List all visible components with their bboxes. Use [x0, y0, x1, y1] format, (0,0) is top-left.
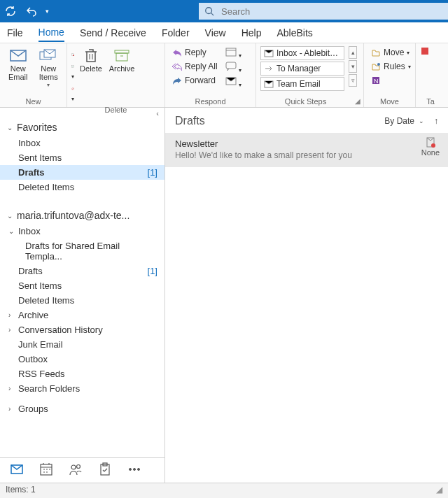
ribbon-group-new: New	[0, 97, 66, 107]
ribbon-group-respond: Respond	[165, 97, 255, 107]
acc-search-folders[interactable]: ›Search Folders	[0, 381, 164, 396]
svg-point-25	[130, 469, 132, 471]
acc-conversation-history[interactable]: ›Conversation History	[0, 322, 164, 337]
svg-point-5	[73, 55, 74, 56]
ribbon-group-quicksteps: Quick Steps	[256, 97, 355, 107]
search-icon	[204, 6, 214, 16]
quickstep-3[interactable]: Team Email	[260, 77, 344, 91]
menu-folder[interactable]: Folder	[162, 24, 190, 41]
content-area: ‹ ⌄Favorites Inbox Sent Items Drafts[1] …	[0, 108, 448, 483]
archive-button[interactable]: Archive	[108, 46, 136, 73]
search-input[interactable]	[221, 6, 442, 17]
meeting-icon[interactable]: ▾	[225, 46, 241, 59]
svg-rect-10	[226, 48, 236, 56]
acc-drafts[interactable]: Drafts[1]	[0, 264, 164, 278]
fav-inbox[interactable]: Inbox	[0, 136, 164, 150]
quicksteps-launcher[interactable]: ◢	[355, 97, 363, 107]
more-respond-icon[interactable]: ▾	[225, 76, 241, 89]
nav-more-icon[interactable]	[127, 462, 141, 478]
menu-view[interactable]: View	[205, 24, 226, 41]
im-icon[interactable]: ▾	[225, 61, 241, 74]
status-items: Items: 1	[6, 485, 36, 497]
menu-home[interactable]: Home	[38, 24, 64, 42]
acc-groups[interactable]: ›Groups	[0, 401, 164, 416]
reply-button[interactable]: Reply	[169, 46, 220, 59]
message-category[interactable]: None	[421, 137, 440, 157]
message-subject: Newsletter	[175, 138, 438, 149]
svg-point-22	[77, 465, 80, 469]
svg-rect-8	[115, 50, 129, 53]
new-email-button[interactable]: New Email	[4, 46, 32, 81]
sync-icon[interactable]	[0, 0, 21, 22]
acc-deleted-items[interactable]: Deleted Items	[0, 293, 164, 308]
ribbon-group-tags: Ta	[416, 97, 445, 107]
resize-grip-icon[interactable]: ◢	[436, 485, 442, 497]
sort-by[interactable]: By Date⌄↑	[384, 116, 438, 126]
acc-junk-email[interactable]: Junk Email	[0, 337, 164, 352]
svg-text:N: N	[374, 78, 379, 85]
archive-label: Archive	[109, 64, 135, 73]
status-bar: Items: 1 ◢	[0, 483, 448, 498]
svg-point-15	[377, 63, 380, 66]
nav-calendar-icon[interactable]	[39, 462, 53, 478]
cleanup-icon[interactable]: ▾	[71, 59, 74, 80]
new-email-label: New Email	[8, 64, 28, 81]
new-items-label: New Items	[39, 64, 58, 81]
acc-shared-drafts[interactable]: Drafts for Shared Email Templa...	[0, 239, 164, 264]
delete-button[interactable]: Delete	[77, 46, 105, 73]
fav-drafts[interactable]: Drafts[1]	[0, 165, 164, 180]
menu-bar: File Home Send / Receive Folder View Hel…	[0, 22, 448, 43]
quickstep-more[interactable]: ▿	[349, 74, 357, 87]
acc-rss-feeds[interactable]: RSS Feeds	[0, 367, 164, 381]
title-bar: ▾	[0, 0, 448, 22]
quickstep-down[interactable]: ▾	[349, 60, 357, 73]
acc-archive[interactable]: ›Archive	[0, 308, 164, 322]
acc-inbox[interactable]: ⌄Inbox	[0, 224, 164, 239]
qat-dropdown-icon[interactable]: ▾	[42, 0, 52, 22]
navigation-pane: ‹ ⌄Favorites Inbox Sent Items Drafts[1] …	[0, 108, 165, 483]
nav-mail-icon[interactable]	[10, 462, 24, 478]
favorites-section[interactable]: ⌄Favorites	[0, 119, 164, 136]
undo-icon[interactable]	[21, 0, 42, 22]
move-button[interactable]: Move▾	[368, 46, 414, 59]
category-icon[interactable]	[420, 46, 431, 59]
ignore-icon[interactable]	[71, 48, 74, 58]
new-items-button[interactable]: New Items ▾	[35, 46, 63, 89]
svg-point-27	[138, 469, 140, 471]
menu-ablebits[interactable]: AbleBits	[276, 24, 312, 41]
message-preview: Hello! We'd like to make a small present…	[175, 150, 438, 160]
acc-outbox[interactable]: Outbox	[0, 352, 164, 367]
menu-send-receive[interactable]: Send / Receive	[80, 24, 146, 41]
nav-tasks-icon[interactable]	[98, 462, 112, 478]
search-box[interactable]	[199, 3, 448, 20]
fav-sent-items[interactable]: Sent Items	[0, 150, 164, 165]
account-section[interactable]: ⌄maria.trifuntova@adx-te...	[0, 207, 164, 224]
svg-point-26	[134, 469, 136, 471]
quickstep-2[interactable]: To Manager	[260, 62, 344, 76]
svg-rect-6	[72, 66, 74, 68]
quickstep-up[interactable]: ▴	[349, 46, 357, 59]
collapse-nav-icon[interactable]: ‹	[0, 108, 164, 119]
reply-all-button[interactable]: Reply All	[169, 60, 220, 73]
acc-sent-items[interactable]: Sent Items	[0, 278, 164, 293]
svg-point-0	[206, 8, 212, 14]
onenote-button[interactable]: N	[368, 74, 414, 87]
delete-label: Delete	[80, 64, 102, 73]
menu-help[interactable]: Help	[241, 24, 262, 41]
svg-rect-9	[116, 53, 127, 61]
list-title: Drafts	[175, 115, 384, 127]
ribbon: New Email New Items ▾ New ▾ ▾ Delete Ar	[0, 43, 448, 108]
svg-point-29	[431, 143, 435, 148]
forward-button[interactable]: Forward	[169, 74, 220, 87]
junk-icon[interactable]: ▾	[71, 82, 74, 103]
quickstep-1[interactable]: Inbox - Ablebits...	[260, 46, 344, 60]
rules-button[interactable]: Rules▾	[368, 60, 414, 73]
nav-bar	[0, 457, 164, 483]
message-item[interactable]: Newsletter Hello! We'd like to make a sm…	[165, 133, 448, 167]
message-list-pane: Drafts By Date⌄↑ Newsletter Hello! We'd …	[165, 108, 448, 483]
fav-deleted-items[interactable]: Deleted Items	[0, 180, 164, 194]
menu-file[interactable]: File	[7, 24, 23, 41]
svg-point-21	[71, 465, 76, 469]
nav-people-icon[interactable]	[69, 462, 83, 478]
svg-rect-18	[421, 48, 428, 55]
